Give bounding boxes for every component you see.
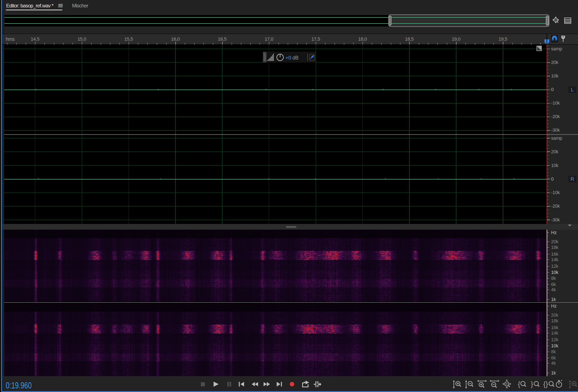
svg-text:}: } [531,380,533,388]
svg-text:{}: {} [543,380,548,388]
svg-text:{: { [518,380,520,388]
